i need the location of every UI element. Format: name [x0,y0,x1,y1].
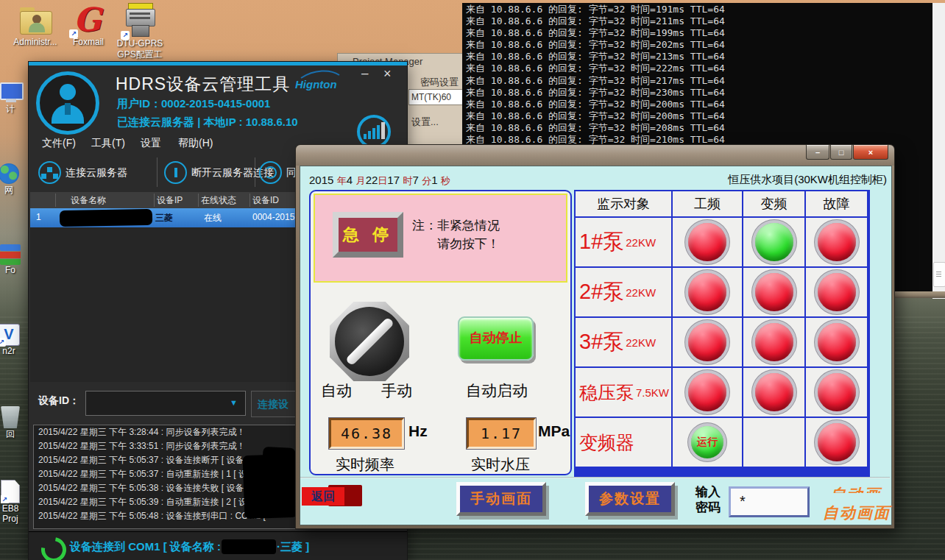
desktop-icon-eb-project[interactable]: ↗ EB8 Proj [0,480,25,524]
hmi-title-bar[interactable] [296,145,894,166]
pump-row-label: 稳压泵7.5KW [576,368,671,417]
menu-settings[interactable]: 设置 [141,137,161,150]
terminal-line: 来自 10.88.6.6 的回复: 字节=32 时间=222ms TTL=64 [466,63,922,74]
pump-monitor-table: 监示对象 工频 变频 故障 1#泵22KW 2#泵22KW 3#泵22KW 稳压… [574,190,870,477]
frequency-unit: Hz [408,422,428,440]
desktop-icon-label: DTU-GPRS [112,38,168,49]
pump-row-label: 1#泵22KW [576,218,671,266]
terminal-scrollbar[interactable]: ▼ [932,3,945,291]
desktop-icon-label: 回 [0,428,25,441]
col-monitored-object: 监示对象 [576,191,671,216]
foxmail-icon: G ↗ [71,3,106,37]
lamp-cell [673,318,742,366]
auto-stop-button[interactable]: 自动停止 [458,316,534,361]
run-lamp: 运行 [691,426,723,458]
menu-help[interactable]: 帮助(H) [178,137,213,150]
password-input[interactable]: * [729,486,810,517]
emergency-stop-button[interactable]: 急 停 [333,212,403,258]
status-lamp [818,373,856,411]
device-id-label: 设备ID： [38,394,79,408]
auto-start-label: 自动启动 [466,380,528,401]
settings-link[interactable]: 设置... [411,116,439,129]
lamp-cell [743,318,804,366]
desktop-icon-network[interactable]: 网 [0,163,24,196]
status-lamp [755,373,793,411]
lamp-cell [743,268,804,316]
terminal-line: 来自 10.88.6.6 的回复: 字节=32 时间=210ms TTL=64 [466,134,922,146]
lamp-cell: 运行 [673,418,742,467]
back-button[interactable]: 返回 [302,487,344,506]
connect-cloud-button[interactable]: 连接云服务器 [38,161,127,184]
desktop-icon-label2: GPS配置工 [112,49,168,61]
manual-screen-button[interactable]: 手动画面 [456,482,546,516]
col-variable-frequency: 变频 [743,191,804,216]
desktop-icon-computer[interactable]: 计 [0,82,25,116]
lamp-cell [806,268,867,316]
screen: Administr... G ↗ Foxmail ↗ DTU-GPRS GPS配… [0,0,945,560]
lamp-cell [806,368,867,417]
app-title: HDRS设备云管理工具 [116,73,290,96]
minimize-button[interactable]: – [361,66,368,81]
desktop-icon-recycle-bin[interactable]: 回 [0,406,25,441]
computer-icon [0,82,22,103]
col-online-status: 在线状态 [201,194,236,207]
status-lamp [755,273,793,311]
desktop-icon-fo[interactable]: Fo [0,244,25,275]
ghost-text-top: 自动画面 [830,484,894,493]
password-label: 输入 密码 [696,484,721,515]
auto-manual-knob[interactable] [330,302,409,381]
pressure-unit: MPa [538,422,570,440]
terminal-line: 来自 10.88.6.6 的回复: 字节=32 时间=202ms TTL=64 [466,39,922,51]
network-nodes-icon [38,161,61,184]
connection-status-line: 已连接云服务器 | 本地IP : 10.88.6.10 [117,116,298,130]
hmi-scada-window[interactable]: – □ × 2015 年4 月22日17 时7 分1 秒 恒压供水项目(30KW… [296,145,894,528]
maximize-button[interactable]: □ [830,145,852,160]
close-button[interactable]: × [853,145,888,160]
close-button[interactable]: × [383,66,392,82]
terminal-line: 来自 10.88.6.6 的回复: 字节=32 时间=211ms TTL=64 [466,15,922,27]
v-app-icon: V ↗ [0,324,20,346]
device-name-suffix: 三菱 [155,212,173,224]
desktop-icon-n2r[interactable]: V ↗ n2r [0,324,24,356]
refresh-icon [259,161,282,184]
desktop-icon-label: Fo [0,265,25,275]
disconnect-cloud-button[interactable]: 断开云服务器连接 [164,161,274,184]
shortcut-arrow-icon: ↗ [0,338,6,347]
desktop-icon-dtu-gprs[interactable]: ↗ DTU-GPRS GPS配置工 [112,1,168,61]
sync-device-list-button[interactable]: 同 [259,161,297,184]
minimize-button[interactable]: – [806,145,829,160]
estop-note: 注：非紧急情况 请勿按下！ [412,216,500,253]
col-device-name: 设备名称 [71,194,106,207]
terminal-line: 来自 10.88.6.6 的回复: 字节=32 时间=199ms TTL=64 [466,27,922,39]
desktop-icon-label: n2r [0,346,24,356]
desktop-icon-foxmail[interactable]: G ↗ Foxmail [60,3,116,47]
power-stop-icon [164,161,187,184]
pressure-caption: 实时水压 [471,455,530,475]
device-id-dropdown[interactable]: ▼ [85,391,246,416]
lamp-cell [806,218,867,266]
signal-strength-icon [357,115,391,149]
redaction-blob [60,209,152,227]
terminal-line: 来自 10.88.6.6 的回复: 字节=32 时间=200ms TTL=64 [466,99,922,110]
desktop-icon-administrator[interactable]: Administr... [7,4,63,47]
status-lamp [755,223,793,261]
scrollbar-thumb[interactable] [933,262,945,287]
menu-tools[interactable]: 工具(T) [91,137,125,150]
pressure-display: 1.17 [467,418,536,449]
user-id-line: 用户ID：0002-2015-0415-0001 [117,97,270,111]
desktop-icon-label2: Proj [0,514,25,524]
archive-icon [0,244,21,265]
terminal-line: 来自 10.88.6.6 的回复: 字节=32 时间=208ms TTL=64 [466,122,922,134]
caption-buttons: – □ × [806,145,888,160]
pump-row-label: 3#泵22KW [576,318,671,366]
shortcut-arrow-icon: ↗ [121,31,130,40]
row-index: 1 [36,212,41,222]
status-lamp [688,323,726,361]
status-lamp [688,273,726,311]
user-folder-icon [18,4,53,37]
parameter-settings-button[interactable]: 参数设置 [585,482,675,516]
pump-row-label: 变频器 [576,418,671,467]
mt-model-field[interactable]: MT(TK)60 [408,89,464,105]
terminal-line: 来自 10.88.6.6 的回复: 字节=32 时间=191ms TTL=64 [466,4,922,15]
menu-file[interactable]: 文件(F) [42,137,76,150]
